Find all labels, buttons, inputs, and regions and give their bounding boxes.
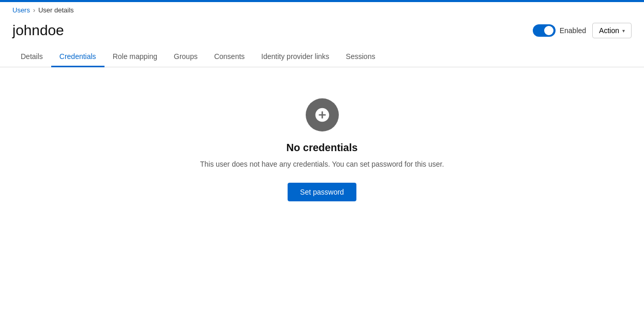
toggle-container: Enabled: [533, 24, 586, 37]
page-title: johndoe: [12, 22, 64, 39]
tab-details[interactable]: Details: [12, 47, 51, 67]
tab-groups[interactable]: Groups: [166, 47, 206, 67]
tab-role-mapping[interactable]: Role mapping: [104, 47, 166, 67]
header-row: johndoe Enabled Action ▾: [0, 18, 644, 47]
plus-icon: [314, 107, 331, 123]
tabs-container: DetailsCredentialsRole mappingGroupsCons…: [0, 47, 644, 67]
action-dropdown-button[interactable]: Action ▾: [592, 23, 632, 38]
action-label: Action: [599, 26, 619, 35]
tab-consents[interactable]: Consents: [206, 47, 253, 67]
chevron-down-icon: ▾: [622, 28, 625, 34]
no-credentials-description: This user does not have any credentials.…: [200, 160, 444, 168]
set-password-button[interactable]: Set password: [288, 183, 356, 201]
header-actions: Enabled Action ▾: [533, 23, 632, 38]
toggle-label: Enabled: [560, 26, 586, 35]
no-credentials-title: No credentials: [287, 142, 358, 154]
enabled-toggle[interactable]: [533, 24, 556, 37]
breadcrumb-users-link[interactable]: Users: [12, 6, 30, 14]
breadcrumb-separator: ›: [33, 7, 35, 14]
breadcrumb-current: User details: [38, 6, 74, 14]
main-content: No credentials This user does not have a…: [0, 67, 644, 232]
tab-credentials[interactable]: Credentials: [51, 47, 104, 67]
breadcrumb: Users › User details: [0, 2, 644, 18]
plus-icon-circle: [306, 98, 339, 131]
tab-identity-provider-links[interactable]: Identity provider links: [253, 47, 338, 67]
tab-sessions[interactable]: Sessions: [338, 47, 384, 67]
